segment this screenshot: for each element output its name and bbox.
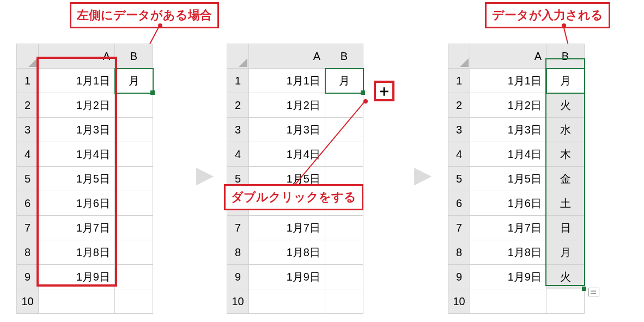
row-header-9[interactable]: 9: [17, 265, 39, 289]
cell-A1[interactable]: 1月1日: [249, 69, 325, 93]
cell-B8[interactable]: [325, 240, 363, 265]
row-header-9[interactable]: 9: [448, 265, 470, 289]
cell-B8[interactable]: [115, 240, 153, 265]
cell-B1[interactable]: 月: [325, 69, 363, 93]
cell-A7[interactable]: 1月7日: [249, 216, 325, 240]
fill-handle[interactable]: [361, 90, 365, 95]
cell-A2[interactable]: 1月2日: [470, 93, 546, 118]
cell-A8[interactable]: 1月8日: [39, 240, 115, 265]
row-header-8[interactable]: 8: [227, 240, 249, 265]
row-header-7[interactable]: 7: [448, 216, 470, 240]
cell-B10[interactable]: [325, 289, 363, 314]
cell-B10[interactable]: [546, 289, 585, 314]
cell-A4[interactable]: 1月4日: [39, 142, 115, 167]
cell-B7[interactable]: [115, 216, 153, 240]
row-header-2[interactable]: 2: [17, 93, 39, 118]
cell-A1[interactable]: 1月1日: [470, 69, 546, 93]
cell-B7[interactable]: [325, 216, 363, 240]
cell-B2[interactable]: [325, 93, 363, 118]
row-header-2[interactable]: 2: [448, 93, 470, 118]
cell-B3[interactable]: 水: [546, 118, 585, 142]
cell-A5[interactable]: 1月5日: [470, 167, 546, 191]
cell-A4[interactable]: 1月4日: [470, 142, 546, 167]
row-header-7[interactable]: 7: [17, 216, 39, 240]
cell-B4[interactable]: 木: [546, 142, 585, 167]
cell-B9[interactable]: [115, 265, 153, 289]
cell-A9[interactable]: 1月9日: [249, 265, 325, 289]
cell-B2[interactable]: [115, 93, 153, 118]
cell-B9[interactable]: [325, 265, 363, 289]
cell-B6[interactable]: [115, 191, 153, 216]
row-header-2[interactable]: 2: [227, 93, 249, 118]
row-header-8[interactable]: 8: [17, 240, 39, 265]
cell-B6[interactable]: 土: [546, 191, 585, 216]
row-header-1[interactable]: 1: [17, 69, 39, 93]
spreadsheet-3[interactable]: A B 11月1日月 21月2日火 31月3日水 41月4日木 51月5日金 6…: [448, 44, 585, 314]
cell-B8[interactable]: 月: [546, 240, 585, 265]
cell-A10[interactable]: [39, 289, 115, 314]
row-header-3[interactable]: 3: [448, 118, 470, 142]
cell-A9[interactable]: 1月9日: [39, 265, 115, 289]
row-header-3[interactable]: 3: [227, 118, 249, 142]
cell-B7[interactable]: 日: [546, 216, 585, 240]
row-header-6[interactable]: 6: [17, 191, 39, 216]
cell-A3[interactable]: 1月3日: [249, 118, 325, 142]
cell-A2[interactable]: 1月2日: [39, 93, 115, 118]
row-header-3[interactable]: 3: [17, 118, 39, 142]
cell-A5[interactable]: 1月5日: [39, 167, 115, 191]
cell-B3[interactable]: [115, 118, 153, 142]
cell-A10[interactable]: [470, 289, 546, 314]
cell-B5[interactable]: [115, 167, 153, 191]
col-header-B[interactable]: B: [546, 44, 585, 69]
row-header-10[interactable]: 10: [448, 289, 470, 314]
cell-A7[interactable]: 1月7日: [470, 216, 546, 240]
row-header-4[interactable]: 4: [227, 142, 249, 167]
cell-value: 火: [560, 271, 571, 283]
cell-A1[interactable]: 1月1日: [39, 69, 115, 93]
cell-B4[interactable]: [325, 142, 363, 167]
row-header-8[interactable]: 8: [448, 240, 470, 265]
row-header-10[interactable]: 10: [227, 289, 249, 314]
col-header-B[interactable]: B: [115, 44, 153, 69]
select-all-corner[interactable]: [17, 44, 39, 69]
cell-A8[interactable]: 1月8日: [249, 240, 325, 265]
row-header-5[interactable]: 5: [17, 167, 39, 191]
row-header-4[interactable]: 4: [448, 142, 470, 167]
autofill-options-button[interactable]: [588, 288, 599, 296]
cell-B1[interactable]: 月: [546, 69, 585, 93]
row-header-4[interactable]: 4: [17, 142, 39, 167]
cell-B9[interactable]: 火: [546, 265, 585, 289]
cell-B10[interactable]: [115, 289, 153, 314]
row-header-9[interactable]: 9: [227, 265, 249, 289]
row-header-1[interactable]: 1: [448, 69, 470, 93]
cell-A3[interactable]: 1月3日: [39, 118, 115, 142]
fill-handle[interactable]: [150, 90, 155, 95]
spreadsheet-1[interactable]: A B 11月1日月 21月2日 31月3日 41月4日 51月5日 61月6日…: [16, 44, 153, 314]
spreadsheet-2[interactable]: A B 11月1日月 21月2日 31月3日 41月4日 51月5日 61月6日…: [227, 44, 363, 314]
cell-A9[interactable]: 1月9日: [470, 265, 546, 289]
cell-A6[interactable]: 1月6日: [39, 191, 115, 216]
select-all-corner[interactable]: [227, 44, 249, 69]
col-header-A[interactable]: A: [470, 44, 546, 69]
fill-handle[interactable]: [582, 287, 586, 291]
cell-A10[interactable]: [249, 289, 325, 314]
cell-A6[interactable]: 1月6日: [470, 191, 546, 216]
cell-B3[interactable]: [325, 118, 363, 142]
row-header-1[interactable]: 1: [227, 69, 249, 93]
cell-B1[interactable]: 月: [115, 69, 153, 93]
cell-B5[interactable]: 金: [546, 167, 585, 191]
row-header-5[interactable]: 5: [448, 167, 470, 191]
cell-B2[interactable]: 火: [546, 93, 585, 118]
select-all-corner[interactable]: [448, 44, 470, 69]
cell-A8[interactable]: 1月8日: [470, 240, 546, 265]
row-header-10[interactable]: 10: [17, 289, 39, 314]
cell-A7[interactable]: 1月7日: [39, 216, 115, 240]
row-header-7[interactable]: 7: [227, 216, 249, 240]
col-header-A[interactable]: A: [249, 44, 325, 69]
cell-A2[interactable]: 1月2日: [249, 93, 325, 118]
row-header-6[interactable]: 6: [448, 191, 470, 216]
cell-A3[interactable]: 1月3日: [470, 118, 546, 142]
col-header-B[interactable]: B: [325, 44, 363, 69]
col-header-A[interactable]: A: [39, 44, 115, 69]
cell-B4[interactable]: [115, 142, 153, 167]
